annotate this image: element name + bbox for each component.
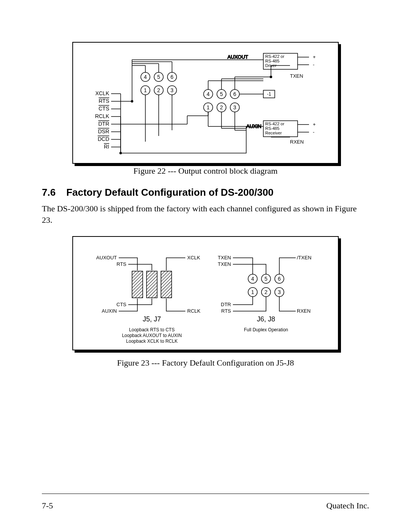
txen-label: TXEN [290,73,303,79]
pin4-left: 4 [144,74,147,80]
right-header: 4 5 6 1 2 3 [204,89,239,112]
left-header: 4 5 6 1 2 3 [141,72,177,95]
signal-rts: RTS [99,98,109,104]
figure-23-shadow: AUXOUT RTS XCLK CTS AUXIN RCLK J5, J7 Lo… [72,236,339,350]
driver-l1: RS-422 or [265,54,284,59]
plus2: + [313,121,316,127]
svg-point-53 [131,101,133,102]
recv-l2: RS-485 [265,126,279,131]
pin2-left: 2 [157,87,160,93]
section-number: 7.6 [42,187,56,198]
right-pin-header: 4 5 6 1 2 3 [248,274,284,297]
signal-dsr: DSR [98,128,109,134]
figure-23-diagram: AUXOUT RTS XCLK CTS AUXIN RCLK J5, J7 Lo… [72,236,339,350]
pin3-left: 3 [170,87,174,93]
plus1: + [313,54,316,60]
pin6-left: 6 [170,74,174,80]
signal-ri: RI [104,144,109,150]
note3: Loopback XCLK to RCLK [126,339,177,344]
figure-22-svg: XCLK RTS CTS RCLK DTR DSR DCD RI [73,43,339,165]
driver-l2: RS-485 [265,59,279,63]
l-auxout: AUXOUT [96,255,117,260]
svg-point-54 [120,152,122,154]
page-number: 7-5 [42,501,53,511]
section-paragraph: The DS-200/300 is shipped from the facto… [42,203,369,225]
figure-22-wrap: XCLK RTS CTS RCLK DTR DSR DCD RI [42,42,369,176]
j6j8-label: J6, J8 [257,315,275,323]
page-footer: 7-5 Quatech Inc. [42,501,369,511]
r-pin5: 5 [264,276,268,282]
note2: Loopback AUXOUT to AUXIN [122,333,182,338]
jumper-block-2 [147,271,157,298]
auxin-label: AUXIN [246,123,261,129]
l-auxin: AUXIN [102,308,117,314]
r-rts: RTS [221,308,231,314]
figure-22-caption: Figure 22 --- Output control block diagr… [134,166,278,176]
r-pin3: 3 [278,289,281,295]
r-dtr: DTR [221,302,231,307]
driver-l3: Driver [265,63,277,68]
minus2: - [313,129,314,135]
minus1-text: -1 [267,91,271,97]
jumper-block-3 [161,271,172,298]
pin1-r: 1 [207,104,210,110]
l-cts: CTS [116,302,126,307]
minus1: - [313,62,314,67]
r-txen1: TXEN [218,255,231,260]
signal-cts: CTS [99,105,109,112]
r-slash-txen: /TXEN [297,255,311,260]
l-rclk: RCLK [187,308,201,314]
signal-rclk: RCLK [95,113,110,119]
signal-dtr: DTR [98,121,109,127]
pin6-r: 6 [233,91,236,97]
pin4-r: 4 [207,91,210,97]
figure-23-caption: Figure 23 --- Factory Default Configurat… [117,358,294,368]
receiver-box: RS-422 or RS-485 Receiver + - RXEN [263,121,316,145]
j5j7-label: J5, J7 [143,315,161,323]
r-pin1: 1 [251,289,254,295]
pin5-left: 5 [157,74,160,80]
rxen-label: RXEN [290,139,304,145]
l-xclk: XCLK [187,255,200,260]
r-pin6: 6 [278,276,281,282]
pin1-left: 1 [144,87,147,93]
r-rxen: RXEN [297,308,311,314]
figure-22-diagram: XCLK RTS CTS RCLK DTR DSR DCD RI [72,42,339,164]
document-page: XCLK RTS CTS RCLK DTR DSR DCD RI [0,0,411,532]
minus1-box: -1 [263,90,275,98]
pin3-r: 3 [233,104,236,110]
signal-dcd: DCD [98,136,109,142]
section-heading: 7.6Factory Default Configuration of DS-2… [42,187,369,198]
auxout-label: AUXOUT [228,54,248,60]
r-pin4: 4 [251,276,254,282]
r-txen2: TXEN [218,261,231,267]
pin5-r: 5 [220,91,223,97]
figure-22-shadow: XCLK RTS CTS RCLK DTR DSR DCD RI [72,42,339,164]
signal-xclk: XCLK [95,90,109,96]
figure-23-svg: AUXOUT RTS XCLK CTS AUXIN RCLK J5, J7 Lo… [73,237,339,351]
r-note: Full Duplex Operation [244,327,288,332]
recv-l1: RS-422 or [265,121,284,126]
section-title: Factory Default Configuration of DS-200/… [66,187,274,198]
figure-23-wrap: AUXOUT RTS XCLK CTS AUXIN RCLK J5, J7 Lo… [42,236,369,368]
company-name: Quatech Inc. [327,501,369,511]
r-pin2: 2 [264,289,268,295]
pin2-r: 2 [220,104,223,110]
l-rts: RTS [116,261,126,267]
recv-l3: Receiver [265,131,282,135]
jumper-block-1 [132,271,143,298]
footer-rule [42,494,369,494]
note1: Loopback RTS to CTS [129,327,175,332]
